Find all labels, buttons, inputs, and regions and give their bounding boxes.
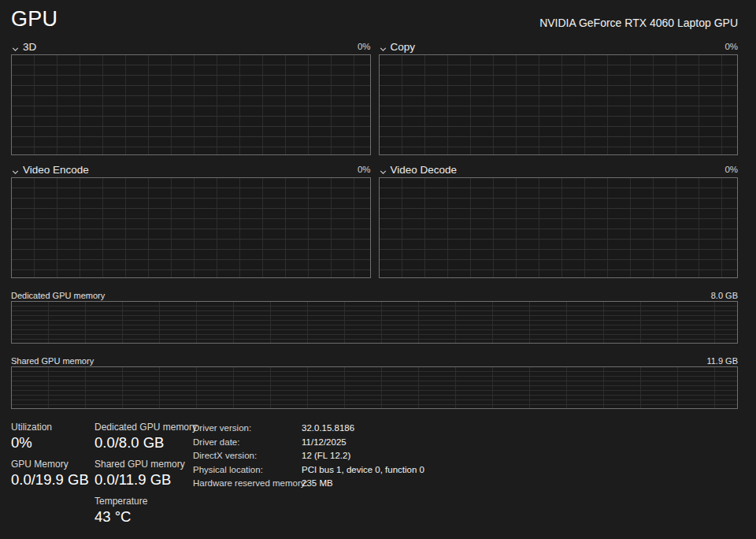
chart-header-3d: 3D 0% — [11, 39, 371, 54]
chart-section-3d: 3D 0% — [11, 32, 371, 155]
chart-section-shared-memory: Shared GPU memory 11.9 GB — [11, 355, 738, 409]
stat-value: 43 °C — [94, 507, 193, 526]
driver-details: Driver version: 32.0.15.8186 Driver date… — [193, 422, 424, 533]
stat-value: 0.0/19.9 GB — [11, 470, 94, 489]
chart-max-shared-memory: 11.9 GB — [706, 356, 738, 366]
stat-value: 0% — [11, 433, 94, 452]
page-title: GPU — [11, 6, 57, 32]
stat-gpu-memory: GPU Memory 0.0/19.9 GB — [11, 459, 94, 489]
detail-label: Driver date: — [193, 437, 294, 447]
chart-section-video-decode: Video Decode 0% — [379, 155, 739, 278]
chart-label-dedicated-memory: Dedicated GPU memory — [11, 291, 105, 300]
chart-canvas-video-encode[interactable] — [11, 177, 371, 278]
chart-label-video-decode[interactable]: Video Decode — [391, 164, 458, 176]
chevron-down-icon[interactable] — [11, 43, 20, 51]
chart-percent-video-encode: 0% — [358, 165, 371, 174]
chart-section-copy: Copy 0% — [379, 32, 739, 155]
chart-label-shared-memory: Shared GPU memory — [11, 356, 94, 366]
chevron-down-icon[interactable] — [11, 165, 20, 174]
chart-canvas-copy[interactable] — [379, 54, 739, 155]
stat-label: Utilization — [11, 422, 94, 433]
stats-panel: Utilization 0% GPU Memory 0.0/19.9 GB De… — [11, 422, 738, 533]
detail-label: Hardware reserved memory: — [193, 478, 294, 488]
detail-label: Driver version: — [193, 423, 294, 433]
chart-label-copy[interactable]: Copy — [391, 41, 416, 53]
engine-charts-row-1: 3D 0% Copy 0% — [11, 32, 738, 155]
chart-header-video-decode: Video Decode 0% — [379, 162, 739, 177]
stat-dedicated-memory: Dedicated GPU memory 0.0/8.0 GB — [94, 422, 193, 452]
engine-charts-row-2: Video Encode 0% Video Decode 0% — [11, 155, 738, 278]
chart-canvas-3d[interactable] — [11, 54, 371, 155]
chart-header-video-encode: Video Encode 0% — [11, 162, 371, 177]
chart-section-dedicated-memory: Dedicated GPU memory 8.0 GB — [11, 289, 738, 344]
chart-header-copy: Copy 0% — [379, 39, 739, 54]
chart-percent-video-decode: 0% — [724, 165, 738, 174]
stat-utilization: Utilization 0% — [11, 422, 94, 452]
chevron-down-icon[interactable] — [379, 165, 387, 174]
stat-value: 0.0/11.9 GB — [94, 470, 193, 489]
chart-label-video-encode[interactable]: Video Encode — [23, 164, 89, 176]
stat-value: 0.0/8.0 GB — [94, 433, 193, 452]
detail-label: Physical location: — [193, 465, 294, 474]
page-header: GPU NVIDIA GeForce RTX 4060 Laptop GPU — [11, 4, 738, 32]
chart-canvas-dedicated-memory[interactable] — [11, 301, 738, 344]
stat-label: Dedicated GPU memory — [94, 422, 193, 433]
chart-canvas-video-decode[interactable] — [379, 177, 739, 278]
chart-section-video-encode: Video Encode 0% — [11, 155, 371, 278]
chart-percent-copy: 0% — [724, 42, 738, 51]
detail-value: 32.0.15.8186 — [302, 423, 424, 433]
detail-value: 12 (FL 12.2) — [302, 451, 424, 460]
detail-value: PCI bus 1, device 0, function 0 — [302, 465, 424, 474]
chart-percent-3d: 0% — [358, 42, 371, 51]
stat-shared-memory: Shared GPU memory 0.0/11.9 GB — [94, 459, 193, 489]
stats-column-1: Utilization 0% GPU Memory 0.0/19.9 GB — [11, 422, 94, 533]
stat-label: GPU Memory — [11, 459, 94, 470]
detail-label: DirectX version: — [193, 451, 294, 460]
stats-column-2: Dedicated GPU memory 0.0/8.0 GB Shared G… — [94, 422, 193, 533]
stat-temperature: Temperature 43 °C — [94, 496, 193, 526]
task-manager-gpu-page: GPU NVIDIA GeForce RTX 4060 Laptop GPU 3… — [0, 0, 756, 539]
detail-value: 235 MB — [302, 478, 424, 488]
gpu-name: NVIDIA GeForce RTX 4060 Laptop GPU — [539, 17, 738, 32]
stat-label: Temperature — [94, 496, 193, 507]
chart-header-shared-memory: Shared GPU memory 11.9 GB — [11, 355, 738, 366]
chart-header-dedicated-memory: Dedicated GPU memory 8.0 GB — [11, 289, 738, 301]
stat-label: Shared GPU memory — [94, 459, 193, 470]
chart-max-dedicated-memory: 8.0 GB — [711, 291, 738, 300]
chart-label-3d[interactable]: 3D — [23, 41, 36, 53]
detail-value: 11/12/2025 — [302, 437, 424, 447]
chevron-down-icon[interactable] — [379, 43, 387, 51]
chart-canvas-shared-memory[interactable] — [11, 366, 738, 409]
